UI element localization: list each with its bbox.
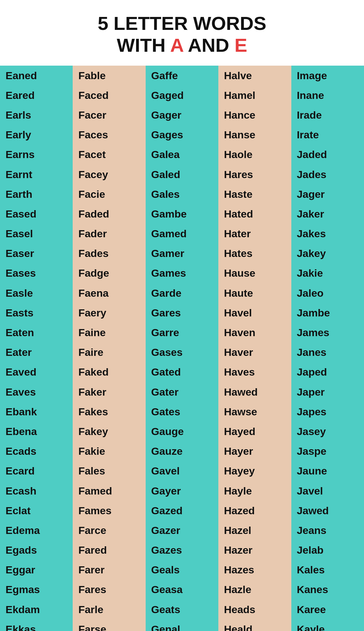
word-cell: Heads — [218, 600, 291, 619]
word-cell: Gales — [146, 184, 218, 204]
word-cell: Genal — [146, 619, 218, 631]
title-line1: 5 LETTER WORDS WITH A AND E — [6, 12, 358, 56]
word-cell: Facer — [73, 105, 145, 125]
word-cell: Ekkas — [0, 619, 73, 631]
word-cell: Fales — [73, 461, 145, 481]
word-cell: Japes — [291, 402, 364, 421]
word-cell: Eggar — [0, 560, 73, 580]
word-cell: Jaspe — [291, 441, 364, 461]
word-cell: Gares — [146, 303, 218, 323]
word-cell: Gauge — [146, 421, 218, 441]
word-cell: Easel — [0, 224, 73, 243]
word-cell: Haste — [218, 184, 291, 204]
column-1: EanedEaredEarlsEarlyEarnsEarntEarthEased… — [0, 66, 73, 631]
word-cell: Fader — [73, 224, 145, 243]
word-cell: Eased — [0, 204, 73, 224]
word-cell: Ebena — [0, 421, 73, 441]
word-cell: Hayed — [218, 421, 291, 441]
word-cell: Eared — [0, 85, 73, 105]
word-cell: Farle — [73, 600, 145, 619]
word-cell: Jelab — [291, 540, 364, 560]
word-cell: Hause — [218, 263, 291, 283]
word-cell: Hates — [218, 243, 291, 263]
word-cell: Earls — [0, 105, 73, 125]
word-cell: Egmas — [0, 580, 73, 599]
word-cell: Kanes — [291, 580, 364, 599]
word-cell: Eaten — [0, 323, 73, 342]
word-cell: Jakey — [291, 243, 364, 263]
word-cell: Fakey — [73, 421, 145, 441]
word-cell: Jaleo — [291, 283, 364, 303]
word-cell: Eater — [0, 342, 73, 362]
word-cell: Faced — [73, 85, 145, 105]
word-cell: Fared — [73, 540, 145, 560]
word-cell: Jaded — [291, 145, 364, 164]
word-cell: Earnt — [0, 165, 73, 184]
word-cell: Gamer — [146, 243, 218, 263]
word-cell: Early — [0, 125, 73, 145]
word-cell: Faces — [73, 125, 145, 145]
word-cell: Heald — [218, 619, 291, 631]
header: 5 LETTER WORDS WITH A AND E — [0, 0, 364, 66]
word-cell: Fares — [73, 580, 145, 599]
word-cell: Ebank — [0, 402, 73, 421]
word-cell: Gates — [146, 402, 218, 421]
word-cell: Ecads — [0, 441, 73, 461]
word-cell: Hance — [218, 105, 291, 125]
word-cell: Gaffe — [146, 66, 218, 85]
word-cell: Kayle — [291, 619, 364, 631]
word-cell: Faery — [73, 303, 145, 323]
word-cell: Egads — [0, 540, 73, 560]
word-cell: Easer — [0, 243, 73, 263]
word-cell: Gayer — [146, 481, 218, 501]
word-cell: Galed — [146, 165, 218, 184]
word-cell: Hated — [218, 204, 291, 224]
word-cell: Facie — [73, 184, 145, 204]
word-cell: Easle — [0, 283, 73, 303]
word-cell: Gazer — [146, 520, 218, 540]
word-cell: Japed — [291, 362, 364, 382]
word-cell: Jaker — [291, 204, 364, 224]
word-cell: Famed — [73, 481, 145, 501]
word-cell: Fadge — [73, 263, 145, 283]
word-cell: Hayer — [218, 441, 291, 461]
word-cell: Gauze — [146, 441, 218, 461]
word-cell: Halve — [218, 66, 291, 85]
word-cell: Hater — [218, 224, 291, 243]
word-cell: Jakes — [291, 224, 364, 243]
word-cell: Hawse — [218, 402, 291, 421]
word-cell: Gazed — [146, 501, 218, 520]
word-cell: Eaved — [0, 362, 73, 382]
word-cell: Kales — [291, 560, 364, 580]
word-cell: Haves — [218, 362, 291, 382]
word-cell: Faker — [73, 382, 145, 402]
word-cell: Gated — [146, 362, 218, 382]
word-cell: Havel — [218, 303, 291, 323]
word-cell: Eases — [0, 263, 73, 283]
word-cell: Hazel — [218, 520, 291, 540]
word-cell: Fable — [73, 66, 145, 85]
column-2: FableFacedFacerFacesFacetFaceyFacieFaded… — [73, 66, 145, 631]
word-cell: Farer — [73, 560, 145, 580]
word-cell: Haven — [218, 323, 291, 342]
word-cell: Hawed — [218, 382, 291, 402]
word-cell: Faked — [73, 362, 145, 382]
word-cell: Image — [291, 66, 364, 85]
word-cell: Eaves — [0, 382, 73, 402]
word-cell: Ecash — [0, 481, 73, 501]
word-cell: Faded — [73, 204, 145, 224]
word-cell: Faire — [73, 342, 145, 362]
word-cell: Irate — [291, 125, 364, 145]
word-cell: Jawed — [291, 501, 364, 520]
word-cell: Ecard — [0, 461, 73, 481]
word-cell: Earns — [0, 145, 73, 164]
word-cell: Easts — [0, 303, 73, 323]
word-cell: Jager — [291, 184, 364, 204]
word-cell: Jasey — [291, 421, 364, 441]
word-cell: Hamel — [218, 85, 291, 105]
word-cell: Garre — [146, 323, 218, 342]
word-cell: Irade — [291, 105, 364, 125]
word-cell: Galea — [146, 145, 218, 164]
word-cell: Geasa — [146, 580, 218, 599]
word-cell: Jambe — [291, 303, 364, 323]
